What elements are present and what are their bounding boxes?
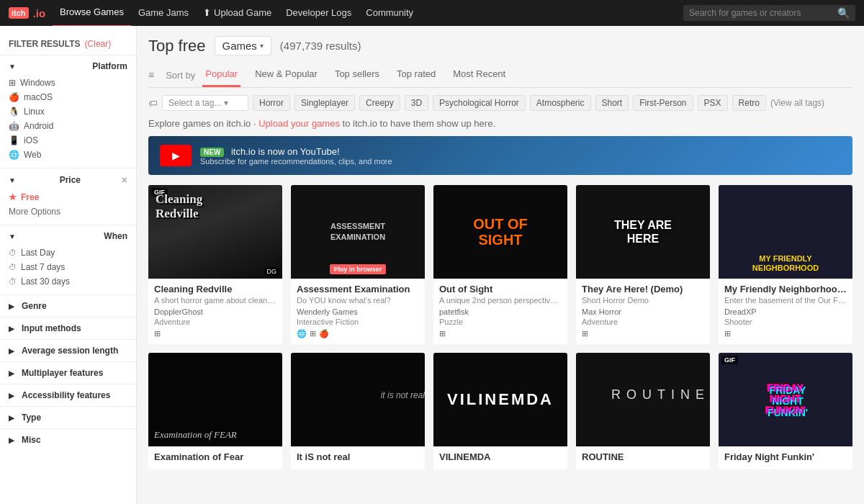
game-desc: Enter the basement of the Our Friendly .… xyxy=(724,296,847,305)
game-thumb-assessment: ASSESSMENTEXAMINATION Play in browser xyxy=(291,185,425,279)
game-info-itisnot: It iS not real xyxy=(291,446,425,469)
game-desc: A unique 2nd person perspective experi..… xyxy=(439,296,562,305)
tag-singleplayer[interactable]: Singleplayer xyxy=(294,95,355,111)
filter-last-30days[interactable]: ⏱ Last 30 days xyxy=(9,274,127,289)
tag-psychological-horror[interactable]: Psychological Horror xyxy=(433,95,526,111)
game-genre: Adventure xyxy=(582,318,704,326)
web-icon: 🌐 xyxy=(9,150,19,160)
tag-psx[interactable]: PSX xyxy=(698,95,728,111)
sort-top-sellers[interactable]: Top sellers xyxy=(332,63,382,87)
navbar: itch .io Browse Games Game Jams ⬆ Upload… xyxy=(0,0,864,26)
logo[interactable]: itch .io xyxy=(9,7,45,19)
game-info-assessment: Assessment Examination Do YOU know what'… xyxy=(291,279,425,344)
clear-filters-link[interactable]: (Clear) xyxy=(85,39,112,49)
more-options[interactable]: More Options xyxy=(9,204,127,219)
platform-icons: ⊞ xyxy=(724,329,847,338)
tag-atmospheric[interactable]: Atmospheric xyxy=(530,95,591,111)
tag-retro[interactable]: Retro xyxy=(732,95,766,111)
platform-toggle[interactable]: ▼ Platform xyxy=(9,61,127,71)
game-author: Max Horror xyxy=(582,307,704,316)
when-toggle[interactable]: ▼ When xyxy=(9,231,127,241)
filter-free[interactable]: ★ Free xyxy=(9,190,127,204)
game-title: Friday Night Funkin' xyxy=(724,451,847,462)
price-toggle[interactable]: ▼ Price × xyxy=(9,174,127,186)
filter-linux[interactable]: 🐧 Linux xyxy=(9,104,127,119)
game-card-it-is-not-real[interactable]: it is not real It iS not real xyxy=(291,353,425,469)
gif-badge: GIF xyxy=(721,356,738,364)
tag-3d[interactable]: 3D xyxy=(405,95,428,111)
game-card-my-friendly-neighborhood[interactable]: MY FRIENDLYNEIGHBORHOOD My Friendly Neig… xyxy=(719,185,852,344)
game-thumb-theyarehere: THEY AREHERE xyxy=(576,185,710,279)
genre-section-toggle[interactable]: ▶ Genre xyxy=(0,294,136,317)
tag-select-dropdown[interactable]: Select a tag... ▾ xyxy=(162,95,248,111)
tag-short[interactable]: Short xyxy=(595,95,629,111)
nav-community[interactable]: Community xyxy=(359,0,420,26)
nav-developer-logs[interactable]: Developer Logs xyxy=(279,0,359,26)
tag-horror[interactable]: Horror xyxy=(253,95,290,111)
main-content: Top free Games ▾ (497,739 results) ≡ Sor… xyxy=(137,26,864,504)
top-free-title: Top free xyxy=(148,37,206,55)
misc-toggle[interactable]: ▶ Misc xyxy=(0,428,136,451)
game-grid-row1: GIF CleaningRedville DG Cleaning Redvill… xyxy=(148,185,852,344)
input-methods-toggle[interactable]: ▶ Input methods xyxy=(0,317,136,339)
nav-browse-games[interactable]: Browse Games xyxy=(53,0,131,27)
explore-text: Explore games on itch.io · Upload your g… xyxy=(148,118,852,129)
game-title: Out of Sight xyxy=(439,284,562,294)
filter-ios[interactable]: 📱 iOS xyxy=(9,133,127,148)
game-card-they-are-here[interactable]: THEY AREHERE They Are Here! (Demo) Short… xyxy=(576,185,710,344)
category-dropdown[interactable]: Games ▾ xyxy=(215,36,271,55)
game-card-examination-fear[interactable]: Examination of FEAR Examination of Fear xyxy=(148,353,282,469)
windows-icon: ⊞ xyxy=(154,329,161,338)
game-title: Examination of Fear xyxy=(154,451,276,462)
avg-session-toggle[interactable]: ▶ Average session length xyxy=(0,339,136,361)
filter-web[interactable]: 🌐 Web xyxy=(9,148,127,162)
game-card-assessment[interactable]: ASSESSMENTEXAMINATION Play in browser As… xyxy=(291,185,425,344)
nav-upload-game[interactable]: ⬆ Upload Game xyxy=(196,0,279,26)
price-arrow: ▼ xyxy=(9,176,16,184)
game-grid-row2: Examination of FEAR Examination of Fear … xyxy=(148,353,852,469)
sort-most-recent[interactable]: Most Recent xyxy=(450,63,508,87)
android-icon: 🤖 xyxy=(9,121,19,131)
game-card-out-of-sight[interactable]: OUT OFSIGHT Out of Sight A unique 2nd pe… xyxy=(433,185,567,344)
upload-games-link[interactable]: Upload your games xyxy=(258,118,340,129)
sort-popular[interactable]: Popular xyxy=(202,63,240,87)
linux-icon: 🐧 xyxy=(9,107,19,117)
game-info-examination: Examination of Fear xyxy=(148,446,282,469)
game-title: It iS not real xyxy=(297,451,419,462)
sort-label: Sort by xyxy=(166,70,195,81)
accessibility-toggle[interactable]: ▶ Accessibility features xyxy=(0,384,136,406)
game-info-theyarehere: They Are Here! (Demo) Short Horror Demo … xyxy=(576,279,710,344)
tag-first-person[interactable]: First-Person xyxy=(633,95,693,111)
game-card-fnf[interactable]: GIF FRIDAYNIGHTFUNKIN' Friday Night Funk… xyxy=(719,353,852,469)
sort-top-rated[interactable]: Top rated xyxy=(394,63,438,87)
type-toggle[interactable]: ▶ Type xyxy=(0,406,136,428)
game-thumb-routine: ROUTINE xyxy=(576,353,710,446)
top-row: Top free Games ▾ (497,739 results) xyxy=(148,26,852,63)
youtube-play-icon xyxy=(160,145,192,166)
filter-android[interactable]: 🤖 Android xyxy=(9,119,127,133)
play-in-browser-badge: Play in browser xyxy=(330,264,387,274)
clock-icon-7days: ⏱ xyxy=(9,263,17,271)
game-info-vilinemda: VILINEMDA xyxy=(433,446,567,469)
youtube-banner[interactable]: NEW itch.io is now on YouTube! Subscribe… xyxy=(148,136,852,175)
filter-last-7days[interactable]: ⏱ Last 7 days xyxy=(9,260,127,274)
browser-icon: 🌐 xyxy=(297,329,307,338)
price-section: ▼ Price × ★ Free More Options xyxy=(0,168,136,225)
game-card-vilinemda[interactable]: VILINEMDA VILINEMDA xyxy=(433,353,567,469)
nav-game-jams[interactable]: Game Jams xyxy=(131,0,196,26)
tag-creepy[interactable]: Creepy xyxy=(359,95,400,111)
game-card-cleaning-redville[interactable]: GIF CleaningRedville DG Cleaning Redvill… xyxy=(148,185,282,344)
results-count: (497,739 results) xyxy=(280,40,361,52)
filter-macos[interactable]: 🍎 macOS xyxy=(9,90,127,104)
multiplayer-toggle[interactable]: ▶ Multiplayer features xyxy=(0,361,136,384)
sort-new-popular[interactable]: New & Popular xyxy=(252,63,320,87)
game-card-routine[interactable]: ROUTINE ROUTINE xyxy=(576,353,710,469)
view-all-tags-link[interactable]: (View all tags) xyxy=(770,98,824,108)
price-close[interactable]: × xyxy=(122,174,127,186)
platform-section: ▼ Platform ⊞ Windows 🍎 macOS 🐧 Linux 🤖 A… xyxy=(0,55,136,168)
filter-last-day[interactable]: ⏱ Last Day xyxy=(9,246,127,260)
multiplayer-arrow: ▶ xyxy=(9,369,14,377)
game-title: VILINEMDA xyxy=(439,451,562,462)
search-input[interactable] xyxy=(689,8,833,18)
filter-windows[interactable]: ⊞ Windows xyxy=(9,76,127,90)
